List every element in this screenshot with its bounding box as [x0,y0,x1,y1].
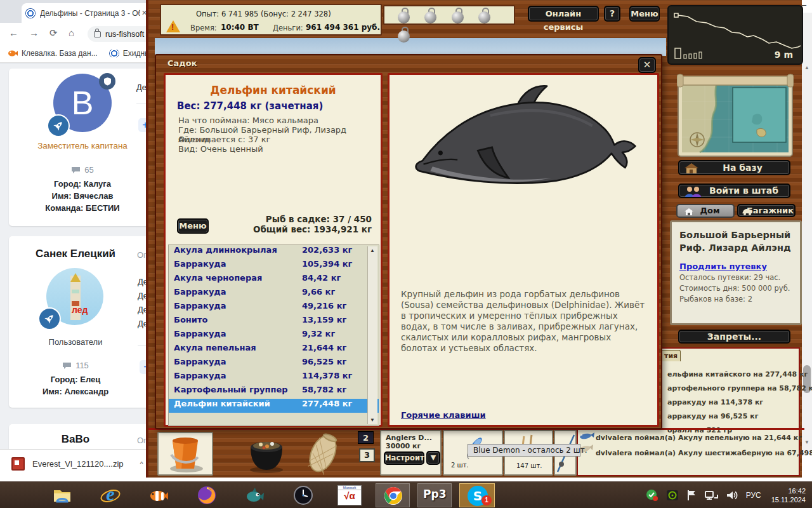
profile-city: Город: Елец [9,375,142,384]
fish-row[interactable]: Барракуда96,525 кг [169,357,379,371]
chevron-up-icon[interactable]: ^ [140,460,143,468]
dialog-menu-button[interactable]: Меню [177,218,209,234]
fish-row[interactable]: Акула черноперая84,42 кг [169,273,379,287]
time-value: 10:40 ВТ [221,23,259,32]
pot-icon[interactable] [246,433,287,474]
day-cost-line: Стоимость дня: 500 000 руб. [679,284,790,293]
online-services-button[interactable]: Онлайн сервисы [528,6,599,22]
rod-setup-panel: Anglers D... 30000 кг Настроить ▼ [380,430,442,476]
comments-count: 65 [84,165,93,175]
fish-row[interactable]: Бонито13,159 кг [169,315,379,329]
events-tab[interactable]: тия [661,350,681,361]
dialog-close-button[interactable]: ✕ [638,57,656,73]
chrome-taskbar-box[interactable] [376,483,410,507]
bookmark-klevalka[interactable]: Клевалка. База дан... [8,49,98,58]
download-item[interactable]: Everest_Vl_121120....zip ^ [11,457,143,471]
taskbar-clock[interactable]: 16:42 15.11.2024 [771,486,806,504]
skype-taskbar-box[interactable]: S 1 [459,483,495,507]
language-indicator[interactable]: РУС [746,491,761,500]
fish-row[interactable]: Барракуда105,394 кг [169,259,379,273]
enter-hq-button[interactable]: Войти в штаб [678,184,790,198]
compass-rose-icon [690,133,704,147]
list-scroll-up-icon[interactable]: ▲ [370,248,375,253]
explorer-icon[interactable] [52,485,72,505]
fish-row[interactable]: Акула длиннокрылая202,633 кг [169,245,379,259]
warning-icon[interactable] [166,20,180,32]
chrome-icon[interactable] [383,486,403,506]
list-scrollbar[interactable]: ▲ ▼ [367,246,377,424]
depth-value: 9 m [775,50,793,60]
slot-badge-2[interactable]: 2 [358,431,374,444]
math-app-icon[interactable]: Microsoft √α [337,485,362,505]
skype-notification-badge: 1 [481,495,492,505]
game-window: Опыт: 6 741 985 (Бонус: 2 247 328) Время… [146,0,802,478]
fish-row[interactable]: Барракуда9,32 кг [169,329,379,343]
bookmark-label: Клевалка. База дан... [22,49,98,58]
extend-permit-link[interactable]: Продлить путевку [679,262,767,271]
to-base-button[interactable]: На базу [678,160,790,175]
profile-title[interactable]: ВаВо [9,433,142,446]
fish-row[interactable]: Акула пепельная21,644 кг [169,343,379,357]
fish-row[interactable]: Барракуда9,66 кг [169,287,379,301]
keepnet-dialog: Садок ✕ Дельфин китайский Вес: 277,448 к… [155,54,662,429]
dialog-title: Садок [167,58,197,68]
volume-tray-icon[interactable] [726,489,738,502]
forward-icon[interactable]: → [29,27,39,38]
fish-info-panel: Дельфин китайский Вес: 277,448 кг (зачет… [164,73,383,427]
network-tray-icon[interactable] [704,489,718,502]
event-message-partial: ельфина китайского на 277,448 кг [667,370,808,378]
flag-tray-icon[interactable] [686,489,697,502]
nvidia-tray-icon[interactable] [666,489,679,502]
dropdown-button[interactable]: ▼ [426,451,440,465]
url-text[interactable]: rus-fishsoft [105,30,144,39]
scroll-down-icon[interactable]: ▼ [804,439,809,445]
home-icon[interactable]: ⌂ [69,27,74,38]
browser-tab[interactable]: Дельфины - Страница 3 - Обсу ✕ [22,3,157,23]
configure-button[interactable]: Настроить [384,451,424,465]
location-info-panel: Большой Барьерный Риф. Лизард Айлэнд Про… [670,220,802,325]
bans-button[interactable]: Запреты... [678,330,790,344]
back-icon[interactable]: ← [9,27,18,38]
help-button[interactable]: ? [604,6,620,22]
pp3-icon[interactable]: Рр3 [423,488,449,508]
game-fish-icon[interactable] [245,485,265,505]
tray-time: 16:42 [771,486,806,495]
clock-app-icon[interactable] [293,485,313,505]
bell-icon[interactable] [396,27,412,43]
firefox-icon[interactable] [197,485,217,505]
bell-icon[interactable] [477,8,492,24]
permit-hours-line: Осталось путевки: 29 час. [679,273,780,282]
tab-trunk[interactable]: Багажник [737,204,796,217]
hotkeys-link[interactable]: Горячие клавиши [401,410,486,420]
keepnet-count: Рыб в садке: 37 / 450 [266,214,372,224]
fish-row[interactable]: Барракуда49,216 кг [169,301,379,315]
tab-favicon [25,8,36,18]
download-filename[interactable]: Everest_Vl_121120....zip [32,459,124,469]
fish-row[interactable]: Картофельный группер58,782 кг [169,385,379,399]
anglers-on-base-line: Рыбаков на базе: 2 [679,295,752,304]
scroll-up-icon[interactable]: ▲ [804,65,809,70]
bucket-slot[interactable] [157,432,213,476]
swirl-bookmark-icon [109,49,119,58]
net-creel-icon[interactable] [299,432,346,475]
clownfish-icon[interactable] [148,485,169,505]
event-message: dvlvalera поймал(а) Акулу шестижаберную … [596,449,812,457]
internet-explorer-icon[interactable]: e [100,485,121,505]
minimap[interactable] [677,71,794,160]
menu-button[interactable]: Меню [629,6,660,22]
fish-row-selected[interactable]: Дельфин китайский277,448 кг [169,399,379,413]
pp3-taskbar-box[interactable]: Рр3 [417,483,452,507]
slot-badge-3[interactable]: 3 [359,448,375,462]
bell-icon[interactable] [396,8,412,24]
bell-icon[interactable] [450,8,466,24]
tab-home[interactable]: Дом [676,204,735,218]
reload-icon[interactable]: ⟳ [49,27,58,39]
antivirus-tray-icon[interactable] [646,489,658,502]
time-label: Время: [190,23,217,32]
bell-icon[interactable] [423,8,438,24]
profile-title[interactable]: Санек Елецкий [9,248,142,260]
list-scroll-down-icon[interactable]: ▼ [370,417,375,423]
fish-list[interactable]: Акула длиннокрылая202,633 кг Барракуда10… [168,244,379,426]
tab-home-label: Дом [700,206,719,215]
fish-row[interactable]: Барракуда114,378 кг [169,371,379,385]
